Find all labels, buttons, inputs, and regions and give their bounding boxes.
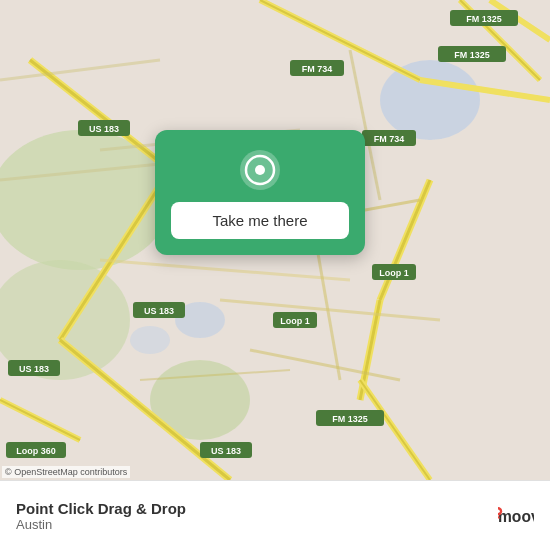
svg-text:FM 1325: FM 1325	[332, 414, 368, 424]
bottom-bar: Point Click Drag & Drop Austin moovit	[0, 480, 550, 550]
svg-text:US 183: US 183	[89, 124, 119, 134]
svg-point-6	[130, 326, 170, 354]
svg-point-64	[255, 165, 265, 175]
svg-text:Loop 360: Loop 360	[16, 446, 56, 456]
map-attribution: © OpenStreetMap contributors	[2, 466, 130, 478]
svg-text:FM 1325: FM 1325	[466, 14, 502, 24]
svg-text:Loop 1: Loop 1	[280, 316, 310, 326]
svg-point-4	[380, 60, 480, 140]
svg-text:moovit: moovit	[498, 508, 534, 525]
moovit-logo: moovit	[498, 498, 534, 534]
map-container[interactable]: FM 1325 FM 1325 FM 734 FM 734 US 183 US …	[0, 0, 550, 480]
svg-text:US 183: US 183	[19, 364, 49, 374]
svg-text:US 183: US 183	[144, 306, 174, 316]
svg-text:FM 1325: FM 1325	[454, 50, 490, 60]
app-title: Point Click Drag & Drop	[16, 500, 186, 517]
app-subtitle: Austin	[16, 517, 186, 532]
svg-text:US 183: US 183	[211, 446, 241, 456]
map-pin-icon	[238, 148, 282, 192]
popup-card: Take me there	[155, 130, 365, 255]
svg-text:Loop 1: Loop 1	[379, 268, 409, 278]
svg-text:FM 734: FM 734	[374, 134, 405, 144]
svg-text:FM 734: FM 734	[302, 64, 333, 74]
app-info: Point Click Drag & Drop Austin	[16, 500, 186, 532]
take-me-there-button[interactable]: Take me there	[171, 202, 349, 239]
moovit-icon: moovit	[498, 498, 534, 534]
